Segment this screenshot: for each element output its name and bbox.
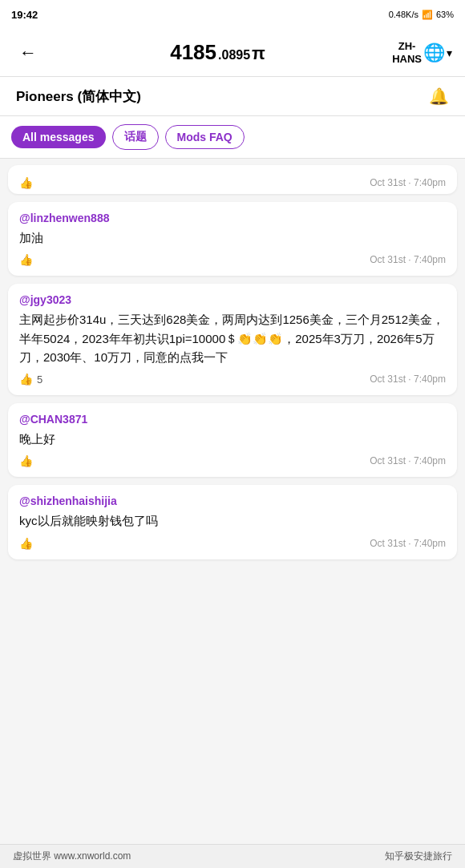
message-text: 主网起步价314u，三天达到628美金，两周内达到1256美金，三个月2512美… xyxy=(19,310,446,366)
message-likes: 👍 xyxy=(19,253,33,266)
thumb-icon: 👍 xyxy=(19,537,33,550)
thumb-icon: 👍 xyxy=(19,454,33,467)
status-right-group: 0.48K/s 📶 63% xyxy=(389,10,454,20)
status-battery: 63% xyxy=(436,10,454,19)
message-footer: 👍 Oct 31st · 7:40pm xyxy=(19,253,446,266)
chevron-down-icon[interactable]: ▾ xyxy=(447,46,452,59)
message-username: @jgy3023 xyxy=(19,293,446,306)
truncated-message: 👍 Oct 31st · 7:40pm xyxy=(8,165,457,194)
message-time: Oct 31st · 7:40pm xyxy=(370,373,446,385)
status-speed: 0.48K/s xyxy=(389,10,418,19)
globe-icon[interactable]: 🌐 xyxy=(423,42,445,63)
message-time: Oct 31st · 7:40pm xyxy=(370,455,446,466)
message-card: @CHAN3871 晚上好 👍 Oct 31st · 7:40pm xyxy=(8,403,457,477)
balance-decimal: .0895 xyxy=(218,48,250,63)
thumb-icon: 👍 xyxy=(19,176,33,189)
watermark-right: 知乎极安捷旅行 xyxy=(385,850,452,863)
message-likes: 👍 xyxy=(19,454,33,467)
message-text: kyc以后就能映射钱包了吗 xyxy=(19,511,446,530)
back-button[interactable]: ← xyxy=(13,39,43,67)
message-likes: 👍 5 xyxy=(19,373,42,386)
message-footer: 👍 Oct 31st · 7:40pm xyxy=(19,454,446,467)
message-likes: 👍 xyxy=(19,537,33,550)
thumb-icon: 👍 xyxy=(19,373,33,386)
group-title: Pioneers (简体中文) xyxy=(16,87,141,106)
message-footer: 👍 Oct 31st · 7:40pm xyxy=(19,537,446,550)
status-time: 19:42 xyxy=(11,9,38,21)
message-time: Oct 31st · 7:40pm xyxy=(370,254,446,265)
thumb-icon: 👍 xyxy=(19,253,33,266)
message-username: @linzhenwen888 xyxy=(19,212,446,224)
message-time-truncated: Oct 31st · 7:40pm xyxy=(370,177,446,188)
message-time: Oct 31st · 7:40pm xyxy=(370,538,446,549)
bell-icon[interactable]: 🔔 xyxy=(429,87,449,106)
message-username: @CHAN3871 xyxy=(19,413,446,426)
balance-display: 4185.0895π xyxy=(170,40,265,65)
message-card: @shizhenhaishijia kyc以后就能映射钱包了吗 👍 Oct 31… xyxy=(8,485,457,559)
messages-area: 👍 Oct 31st · 7:40pm @linzhenwen888 加油 👍 … xyxy=(0,159,465,800)
message-text: 加油 xyxy=(19,228,446,247)
tab-topics[interactable]: 话题 xyxy=(112,124,159,150)
watermark-bar: 虚拟世界 www.xnworld.com 知乎极安捷旅行 xyxy=(0,844,465,868)
group-title-bar: Pioneers (简体中文) 🔔 xyxy=(0,77,465,116)
message-username: @shizhenhaishijia xyxy=(19,495,446,507)
tab-all-messages[interactable]: All messages xyxy=(11,126,106,148)
nav-bar: ← 4185.0895π ZH- HANS 🌐 ▾ xyxy=(0,29,465,77)
balance-main: 4185 xyxy=(170,40,216,65)
message-footer-truncated: 👍 Oct 31st · 7:40pm xyxy=(19,176,446,189)
pi-symbol: π xyxy=(252,43,265,64)
status-bar: 19:42 0.48K/s 📶 63% xyxy=(0,0,465,29)
lang-label: ZH- HANS xyxy=(392,40,422,65)
filter-tabs: All messages 话题 Mods FAQ xyxy=(0,116,465,159)
message-footer: 👍 5 Oct 31st · 7:40pm xyxy=(19,373,446,386)
tab-mods-faq[interactable]: Mods FAQ xyxy=(165,125,245,149)
message-card: @jgy3023 主网起步价314u，三天达到628美金，两周内达到1256美金… xyxy=(8,284,457,395)
status-signal: 📶 xyxy=(422,10,433,20)
balance-block: 4185.0895π xyxy=(170,40,265,65)
likes-truncated: 👍 xyxy=(19,176,33,189)
watermark-left: 虚拟世界 www.xnworld.com xyxy=(13,850,131,863)
message-text: 晚上好 xyxy=(19,430,446,448)
lang-globe-block: ZH- HANS 🌐 ▾ xyxy=(392,40,452,65)
likes-count: 5 xyxy=(37,373,42,386)
message-card: @linzhenwen888 加油 👍 Oct 31st · 7:40pm xyxy=(8,202,457,276)
